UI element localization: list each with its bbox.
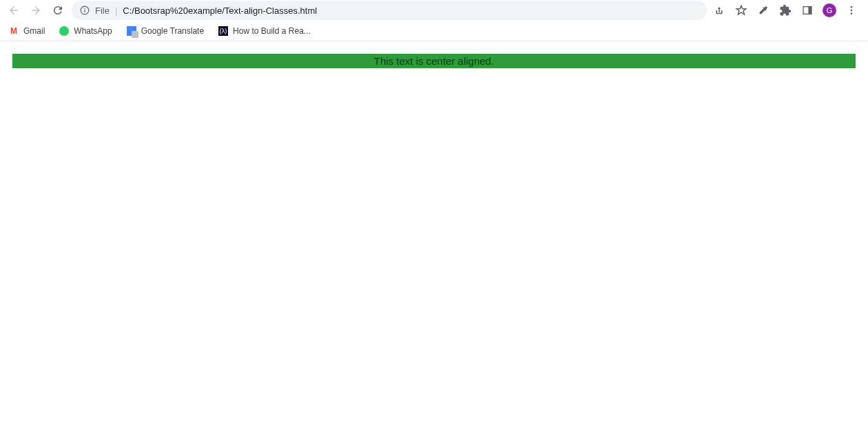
svg-point-5 (851, 6, 853, 8)
bookmark-label: Gmail (23, 26, 45, 36)
reload-button[interactable] (50, 2, 66, 19)
svg-point-7 (851, 12, 853, 14)
menu-button[interactable] (845, 3, 858, 17)
gmail-icon: M (8, 25, 19, 37)
avatar-initial: G (827, 6, 833, 14)
separator: | (115, 6, 117, 16)
panel-icon (802, 5, 813, 16)
bookmark-star-button[interactable] (734, 3, 748, 17)
bookmark-freecodecamp[interactable]: (λ) How to Build a Rea... (218, 25, 311, 37)
arrow-left-icon (8, 4, 20, 17)
kebab-icon (846, 5, 857, 16)
share-icon (713, 4, 725, 17)
share-button[interactable] (712, 3, 726, 17)
reload-icon (52, 4, 64, 17)
bookmark-google-translate[interactable]: Google Translate (126, 25, 204, 37)
bookmark-gmail[interactable]: M Gmail (8, 25, 45, 37)
info-icon (80, 6, 90, 15)
bookmark-whatsapp[interactable]: WhatsApp (59, 25, 112, 37)
whatsapp-icon (59, 25, 70, 37)
page-content: This text is center aligned. (0, 41, 868, 81)
bookmark-label: WhatsApp (74, 26, 112, 36)
forward-button[interactable] (28, 2, 44, 19)
center-aligned-banner: This text is center aligned. (12, 54, 856, 68)
profile-avatar[interactable]: G (823, 3, 836, 17)
extensions-button[interactable] (778, 3, 792, 17)
svg-rect-4 (808, 7, 812, 14)
back-button[interactable] (6, 2, 22, 19)
freecodecamp-icon: (λ) (218, 25, 229, 37)
bookmark-label: How to Build a Rea... (233, 26, 311, 36)
side-panel-button[interactable] (800, 3, 814, 17)
google-translate-icon (126, 25, 137, 37)
svg-rect-1 (84, 10, 85, 12)
browser-toolbar: File | C:/Bootsrap%20example/Text-align-… (0, 0, 868, 21)
address-bar[interactable]: File | C:/Bootsrap%20example/Text-align-… (72, 1, 707, 20)
bookmark-label: Google Translate (141, 26, 204, 36)
svg-point-6 (851, 10, 853, 12)
arrow-right-icon (30, 4, 42, 17)
url-text: C:/Bootsrap%20example/Text-align-Classes… (123, 6, 317, 16)
eyedropper-icon (758, 5, 769, 16)
banner-text: This text is center aligned. (374, 55, 494, 67)
svg-rect-2 (84, 8, 85, 9)
toolbar-right: G (712, 3, 862, 17)
puzzle-icon (779, 4, 792, 17)
star-icon (735, 4, 747, 17)
bookmarks-bar: M Gmail WhatsApp Google Translate (λ) Ho… (0, 21, 868, 41)
eyedropper-button[interactable] (756, 3, 770, 17)
file-scheme-label: File (95, 6, 110, 16)
